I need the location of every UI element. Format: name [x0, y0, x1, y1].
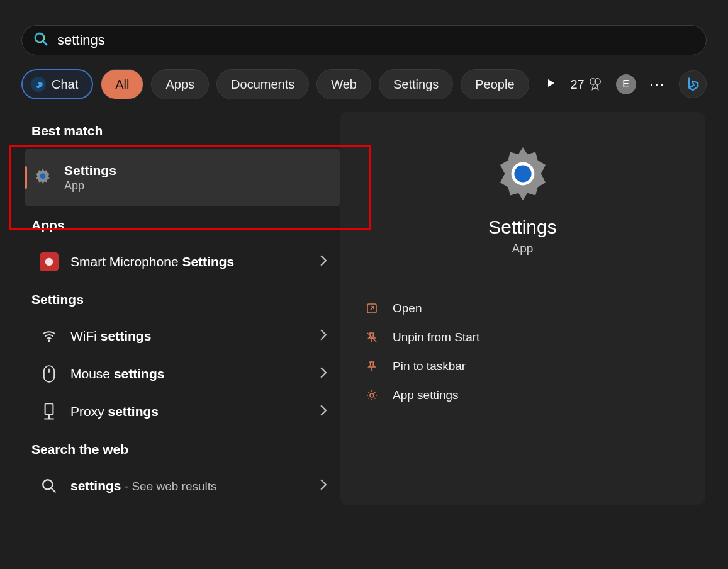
proxy-icon	[38, 400, 60, 423]
svg-point-5	[40, 173, 45, 179]
result-mouse-settings[interactable]: Mouse settings	[31, 355, 340, 393]
microphone-app-icon	[38, 251, 60, 273]
tab-documents[interactable]: Documents	[216, 69, 309, 99]
tab-chat-label: Chat	[52, 77, 78, 92]
chevron-right-icon	[320, 367, 327, 381]
tab-apps[interactable]: Apps	[151, 69, 209, 99]
action-app-settings[interactable]: App settings	[340, 381, 705, 410]
rewards-icon	[588, 77, 602, 91]
bing-button[interactable]	[679, 70, 707, 98]
gear-icon	[493, 144, 553, 204]
result-wifi-settings[interactable]: WiFi settings	[31, 317, 340, 355]
open-icon	[365, 302, 379, 315]
tab-people[interactable]: People	[461, 69, 529, 99]
svg-line-15	[51, 488, 55, 492]
svg-rect-11	[45, 403, 53, 415]
svg-point-17	[514, 165, 531, 182]
section-best-match: Best match	[31, 123, 340, 138]
rewards-counter[interactable]: 27	[570, 77, 602, 92]
chevron-right-icon	[320, 479, 327, 493]
chevron-right-icon	[320, 329, 327, 344]
action-pin-taskbar[interactable]: Pin to taskbar	[340, 352, 705, 381]
section-search-web: Search the web	[31, 442, 340, 457]
search-input[interactable]	[57, 32, 695, 48]
result-proxy-settings[interactable]: Proxy settings	[31, 393, 340, 431]
tab-all[interactable]: All	[101, 69, 143, 99]
result-web-search[interactable]: settings - See web results	[31, 467, 340, 505]
svg-point-20	[370, 393, 374, 397]
unpin-icon	[365, 331, 379, 344]
search-icon	[38, 475, 60, 497]
tab-settings[interactable]: Settings	[379, 69, 453, 99]
mouse-icon	[38, 363, 60, 385]
search-icon	[33, 31, 48, 49]
svg-line-1	[43, 41, 47, 45]
scroll-tabs-icon[interactable]	[546, 78, 556, 91]
user-avatar[interactable]: E	[616, 74, 636, 94]
svg-point-2	[31, 77, 46, 92]
action-open[interactable]: Open	[340, 294, 705, 323]
result-settings-app[interactable]: Settings App	[25, 149, 340, 206]
chevron-right-icon	[320, 255, 327, 269]
divider	[362, 281, 683, 281]
chevron-right-icon	[320, 405, 327, 419]
section-apps: Apps	[31, 218, 340, 233]
tab-chat[interactable]: Chat	[21, 69, 93, 99]
preview-title: Settings	[340, 217, 705, 238]
svg-rect-9	[44, 366, 54, 382]
more-icon[interactable]: ···	[650, 76, 665, 93]
section-settings: Settings	[31, 292, 340, 307]
svg-point-7	[45, 258, 53, 266]
bing-icon	[684, 76, 702, 93]
preview-panel: Settings App Open Unpin from Start	[340, 112, 705, 505]
wifi-icon	[38, 325, 60, 347]
gear-icon	[31, 166, 54, 189]
pin-icon	[365, 360, 379, 373]
filter-tabs: Chat All Apps Documents Web Settings Peo…	[21, 69, 707, 99]
search-bar[interactable]	[21, 25, 707, 55]
result-smart-microphone-settings[interactable]: Smart Microphone Settings	[31, 243, 340, 281]
bing-chat-icon	[30, 76, 47, 93]
tab-web[interactable]: Web	[316, 69, 371, 99]
svg-point-8	[48, 340, 50, 342]
gear-small-icon	[365, 389, 379, 402]
action-unpin-start[interactable]: Unpin from Start	[340, 323, 705, 352]
preview-subtitle: App	[340, 242, 705, 256]
